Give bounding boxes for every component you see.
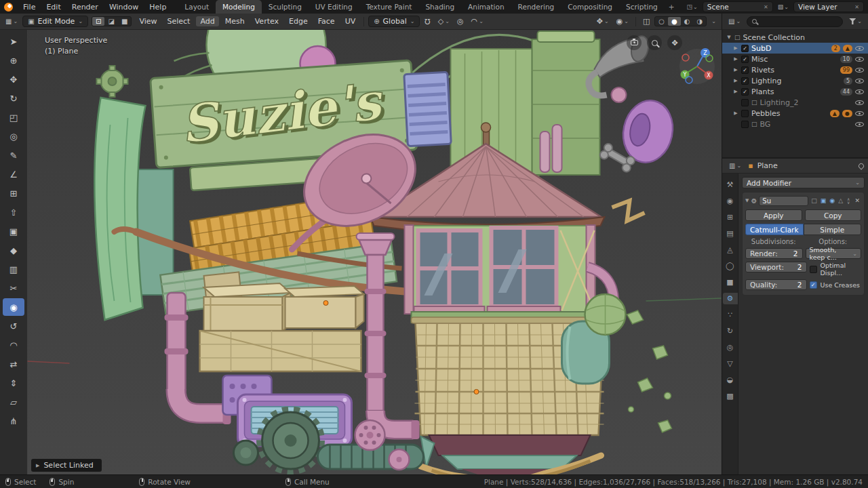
outliner-search[interactable] xyxy=(747,16,843,27)
unlink-scene-icon[interactable]: ✕ xyxy=(764,4,768,10)
visibility-eye-icon[interactable] xyxy=(855,77,864,85)
tool-cursor[interactable]: ⊕ xyxy=(3,52,24,69)
outliner-row-misc[interactable]: ▶ ✓ Misc 10 xyxy=(722,54,868,64)
workspace-tab-modeling[interactable]: Modeling xyxy=(216,0,262,14)
outliner-row-pebbles[interactable]: ▶ Pebbles ▲ ● xyxy=(722,108,868,119)
scene-browse-button[interactable]: ◳⌄ xyxy=(686,3,699,11)
tool-shear[interactable]: ▱ xyxy=(3,393,24,411)
navigation-gizmo[interactable]: Z Y X xyxy=(678,47,716,85)
properties-editor-type-button[interactable]: ▥⌄ xyxy=(726,161,744,170)
tab-view-layer[interactable]: ▤ xyxy=(723,228,738,239)
tool-rip-region[interactable]: ⋔ xyxy=(3,412,24,430)
tool-edge-slide[interactable]: ⇄ xyxy=(3,355,24,373)
scene-selector[interactable]: Scene ✕ xyxy=(703,1,773,12)
tool-smooth[interactable]: ◠ xyxy=(3,336,24,354)
catmull-clark-button[interactable]: Catmull-Clark xyxy=(745,224,804,235)
collapse-icon[interactable]: ▼ xyxy=(726,35,732,40)
editor-type-button[interactable]: ▦⌄ xyxy=(3,17,20,26)
expand-icon[interactable]: ▶ xyxy=(733,56,738,62)
edge-select-mode[interactable]: ◪ xyxy=(104,17,117,26)
render-toggle-icon[interactable]: ◉ xyxy=(829,197,835,204)
checkbox[interactable]: ✓ xyxy=(810,281,817,289)
zoom-button[interactable] xyxy=(647,35,662,50)
collection-checkbox[interactable]: ✓ xyxy=(741,88,749,96)
falloff-dropdown[interactable]: ◠⌄ xyxy=(469,16,486,26)
outliner-row-plants[interactable]: ▶ ✓ Plants 44 xyxy=(722,86,868,97)
outliner-row-lighting[interactable]: ▶ ✓ Lighting 5 xyxy=(722,75,868,86)
tab-texture[interactable]: ▩ xyxy=(723,390,738,402)
snap-toggle[interactable]: Ω xyxy=(422,16,433,26)
apply-button[interactable]: Apply xyxy=(745,209,802,221)
outliner-row-subd[interactable]: ▶ ✓ SubD 2 ▲ xyxy=(722,43,868,54)
outliner-editor-type-button[interactable]: ▤⌄ xyxy=(726,17,743,26)
workspace-tab-compositing[interactable]: Compositing xyxy=(561,0,619,14)
view-layer-browse-button[interactable]: ▧⌄ xyxy=(776,3,790,11)
menu-add[interactable]: Add xyxy=(196,16,218,26)
orientation-dropdown[interactable]: ⊕ Global ⌄ xyxy=(368,16,420,27)
collection-checkbox[interactable]: ✓ xyxy=(741,66,749,74)
gizmos-dropdown[interactable]: ✥⌄ xyxy=(594,16,612,26)
workspace-tab-animation[interactable]: Animation xyxy=(461,0,511,14)
search-input[interactable] xyxy=(760,18,837,25)
vertex-select-mode[interactable]: ⊡ xyxy=(92,17,104,26)
add-modifier-dropdown[interactable]: Add Modifier ⌄ xyxy=(742,177,865,188)
visibility-eye-icon[interactable] xyxy=(855,44,864,52)
tool-spin[interactable]: ↺ xyxy=(3,317,24,335)
breadcrumb[interactable]: Plane xyxy=(757,161,778,170)
simple-button[interactable]: Simple xyxy=(804,224,862,235)
visibility-eye-icon[interactable] xyxy=(855,120,864,128)
expand-icon[interactable]: ▶ xyxy=(733,110,738,116)
expand-icon[interactable]: ▶ xyxy=(733,45,738,51)
collection-checkbox[interactable] xyxy=(741,110,749,117)
tool-annotate[interactable]: ✎ xyxy=(3,146,24,164)
pin-icon[interactable] xyxy=(857,162,865,169)
tool-bevel[interactable]: ◆ xyxy=(3,241,24,259)
snap-settings-dropdown[interactable]: ◇⌄ xyxy=(435,16,452,26)
remove-view-layer-icon[interactable]: ✕ xyxy=(854,4,859,10)
tool-poly-build[interactable]: ◉ xyxy=(3,298,24,316)
shading-solid-button[interactable]: ● xyxy=(668,17,681,26)
expand-icon[interactable]: ▶ xyxy=(733,89,738,94)
select-linked-popup[interactable]: ▶ Select Linked xyxy=(31,459,102,472)
workspace-tab-shading[interactable]: Shading xyxy=(418,0,461,14)
move-modifier-arrows[interactable]: ∧∨ xyxy=(846,197,851,204)
tool-move[interactable]: ✥ xyxy=(3,70,24,88)
tab-constraints[interactable]: ◎ xyxy=(723,342,738,353)
checkbox[interactable] xyxy=(810,266,817,273)
collection-checkbox[interactable]: ✓ xyxy=(741,77,749,85)
tab-render[interactable]: ◉ xyxy=(723,195,738,207)
tool-scale[interactable]: ◰ xyxy=(3,108,24,126)
shading-settings-dropdown[interactable]: ⌄ xyxy=(709,18,719,25)
3d-viewport[interactable]: Suzie's Suzie's xyxy=(27,30,722,474)
menu-uv[interactable]: UV xyxy=(341,16,360,26)
outliner-row-lighting-2[interactable]: □ Lighting_2 xyxy=(722,97,868,108)
visibility-eye-icon[interactable] xyxy=(855,98,864,106)
optimal-display-checkbox[interactable]: Optimal Displ... xyxy=(810,262,862,277)
menu-render[interactable]: Render xyxy=(67,3,103,12)
modifier-name-field[interactable]: Su xyxy=(759,196,808,206)
shading-wireframe-button[interactable]: ○ xyxy=(655,17,668,26)
workspace-tab-sculpting[interactable]: Sculpting xyxy=(262,0,309,14)
quality-field[interactable]: Quality: 2 xyxy=(745,279,807,290)
tab-output[interactable]: ⊞ xyxy=(723,211,738,223)
visibility-eye-icon[interactable] xyxy=(855,109,864,117)
outliner-row-bg[interactable]: □ BG xyxy=(722,119,868,129)
menu-view[interactable]: View xyxy=(135,16,161,26)
tool-add-cube[interactable]: ⊞ xyxy=(3,184,24,202)
editmode-toggle-icon[interactable]: □ xyxy=(810,197,818,204)
proportional-edit-toggle[interactable]: ◎ xyxy=(454,16,467,26)
workspace-tab-rendering[interactable]: Rendering xyxy=(511,0,561,14)
tool-extrude-region[interactable]: ⇧ xyxy=(3,203,24,221)
tab-particles[interactable]: ∵ xyxy=(723,309,738,321)
face-select-mode[interactable]: ■ xyxy=(118,17,131,26)
menu-edge[interactable]: Edge xyxy=(285,16,312,26)
overlays-dropdown[interactable]: ◉⌄ xyxy=(614,16,631,26)
tool-rotate[interactable]: ↻ xyxy=(3,89,24,107)
menu-face[interactable]: Face xyxy=(314,16,339,26)
tab-object-data[interactable]: ▽ xyxy=(723,358,738,369)
workspace-tab-uv-editing[interactable]: UV Editing xyxy=(309,0,359,14)
add-workspace-button[interactable]: + xyxy=(665,0,679,14)
xray-toggle[interactable]: ◫ xyxy=(640,16,652,26)
tab-modifiers[interactable]: ⚙ xyxy=(723,293,738,304)
camera-view-button[interactable] xyxy=(627,35,642,50)
